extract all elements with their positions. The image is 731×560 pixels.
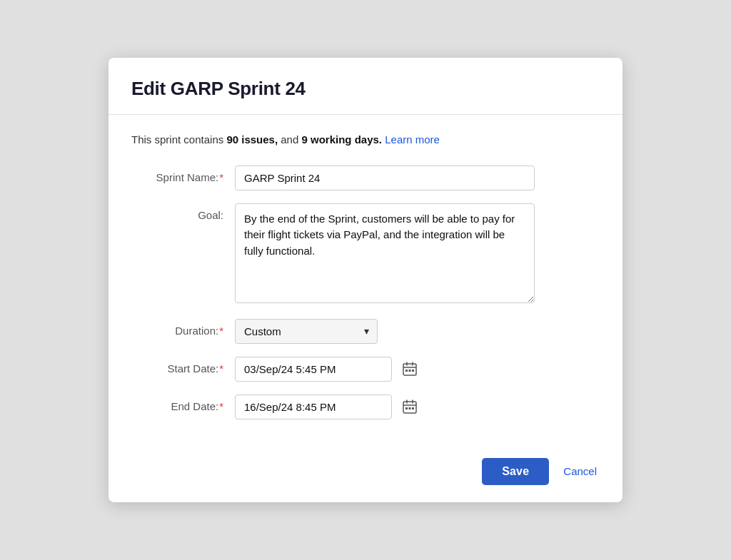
- end-date-label: End Date:*: [131, 394, 235, 412]
- goal-control: By the end of the Sprint, customers will…: [235, 203, 600, 306]
- start-date-label: Start Date:*: [131, 357, 235, 375]
- dialog-title: Edit GARP Sprint 24: [131, 78, 600, 100]
- end-date-control: [235, 394, 600, 419]
- duration-row: Duration:* 1 Week 2 Weeks 3 Weeks 4 Week…: [131, 319, 600, 344]
- end-date-row-inner: [235, 394, 600, 419]
- required-star: *: [219, 171, 223, 183]
- dialog-footer: Save Cancel: [109, 447, 622, 502]
- svg-rect-5: [409, 370, 411, 372]
- sprint-name-row: Sprint Name:*: [131, 166, 600, 190]
- dialog-header: Edit GARP Sprint 24: [109, 58, 622, 115]
- start-date-row-inner: [235, 357, 600, 382]
- days-count: 9 working days.: [301, 133, 382, 146]
- end-date-calendar-icon[interactable]: [398, 394, 422, 419]
- goal-row: Goal: By the end of the Sprint, customer…: [131, 203, 600, 306]
- required-star-duration: *: [219, 325, 223, 337]
- cancel-button[interactable]: Cancel: [560, 458, 600, 484]
- start-date-calendar-icon[interactable]: [398, 357, 422, 381]
- info-bar: This sprint contains 90 issues, and 9 wo…: [131, 132, 600, 148]
- required-star-start: *: [219, 362, 223, 375]
- goal-textarea[interactable]: By the end of the Sprint, customers will…: [235, 203, 535, 303]
- end-date-input[interactable]: [235, 394, 392, 419]
- svg-rect-13: [412, 407, 414, 409]
- svg-rect-6: [412, 370, 414, 372]
- start-date-row: Start Date:*: [131, 357, 600, 382]
- start-date-input[interactable]: [235, 357, 392, 382]
- info-middle: and: [281, 133, 301, 146]
- goal-label: Goal:: [131, 203, 235, 221]
- issues-count: 90 issues,: [226, 133, 278, 146]
- duration-label: Duration:*: [131, 319, 235, 337]
- sprint-name-control: [235, 166, 600, 190]
- required-star-end: *: [219, 400, 223, 412]
- duration-select[interactable]: 1 Week 2 Weeks 3 Weeks 4 Weeks Custom: [235, 319, 378, 344]
- end-date-row: End Date:*: [131, 394, 600, 419]
- learn-more-link[interactable]: Learn more: [385, 133, 440, 146]
- svg-rect-11: [405, 407, 408, 409]
- save-button[interactable]: Save: [482, 458, 549, 485]
- dialog-body: This sprint contains 90 issues, and 9 wo…: [109, 115, 622, 447]
- sprint-name-label: Sprint Name:*: [131, 166, 235, 183]
- svg-rect-12: [409, 407, 411, 409]
- edit-sprint-dialog: Edit GARP Sprint 24 This sprint contains…: [109, 58, 622, 502]
- svg-rect-4: [405, 370, 408, 372]
- start-date-control: [235, 357, 600, 382]
- duration-select-wrapper: 1 Week 2 Weeks 3 Weeks 4 Weeks Custom ▾: [235, 319, 378, 344]
- duration-control: 1 Week 2 Weeks 3 Weeks 4 Weeks Custom ▾: [235, 319, 600, 344]
- sprint-name-input[interactable]: [235, 166, 535, 190]
- info-prefix: This sprint contains: [131, 133, 226, 146]
